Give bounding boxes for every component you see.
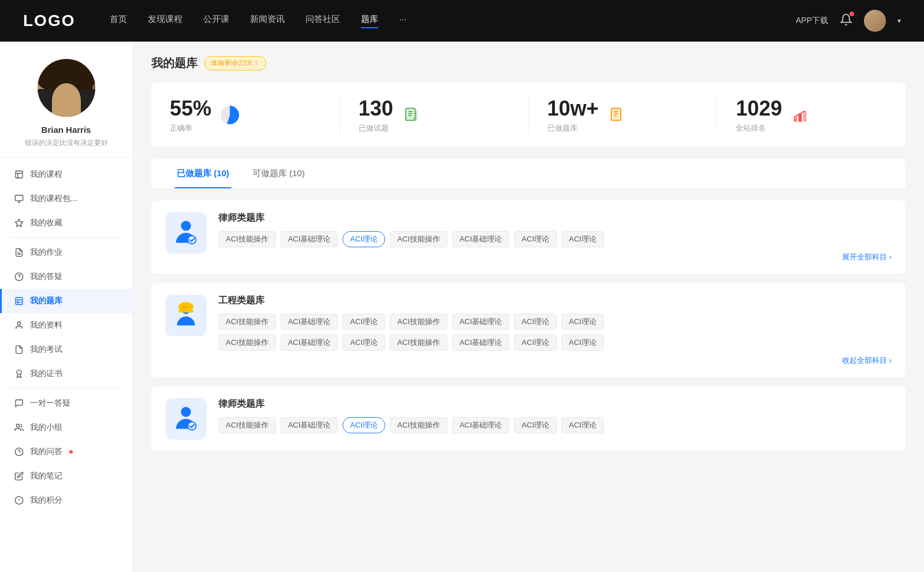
bank-tag[interactable]: ACI理论 xyxy=(514,231,557,247)
user-name: Brian Harris xyxy=(42,125,91,135)
notification-bell[interactable] xyxy=(840,13,852,28)
nav-news[interactable]: 新闻资讯 xyxy=(250,14,285,28)
bank-tag[interactable]: ACI基础理论 xyxy=(452,314,510,330)
svg-rect-0 xyxy=(16,171,23,178)
stat-label: 全站排名 xyxy=(736,123,782,133)
bank-tag[interactable]: ACI技能操作 xyxy=(390,314,448,330)
sidebar-item-my-qa[interactable]: 我的问答 xyxy=(0,440,132,464)
sidebar-label: 我的课程 xyxy=(30,169,62,180)
bank-expand-button[interactable]: 展开全部科目 › xyxy=(218,252,892,262)
user-menu-chevron[interactable]: ▾ xyxy=(897,17,901,25)
user-avatar-nav[interactable] xyxy=(864,10,886,32)
bank-collapse-button[interactable]: 收起全部科目 › xyxy=(218,355,892,366)
sidebar-item-points[interactable]: 我的积分 xyxy=(0,488,132,512)
bank-tag[interactable]: ACI理论 xyxy=(561,335,604,351)
qa-icon xyxy=(14,447,24,457)
stat-label: 已做试题 xyxy=(359,123,393,133)
sidebar-item-favorites[interactable]: 我的收藏 xyxy=(0,211,132,235)
bank-icon-lawyer-2 xyxy=(165,398,207,440)
bank-tag-highlighted[interactable]: ACI理论 xyxy=(342,417,385,433)
app-download-button[interactable]: APP下载 xyxy=(796,16,828,26)
sidebar-item-notes[interactable]: 我的笔记 xyxy=(0,464,132,488)
sidebar-item-my-course[interactable]: 我的课程 xyxy=(0,162,132,187)
homework-icon xyxy=(14,247,24,258)
bank-tag[interactable]: ACI基础理论 xyxy=(452,335,510,351)
bank-tag[interactable]: ACI基础理论 xyxy=(281,335,338,351)
nav-discover[interactable]: 发现课程 xyxy=(148,14,182,28)
stat-label: 正确率 xyxy=(170,123,211,133)
stat-label: 已做题库 xyxy=(547,123,599,133)
bank-tag[interactable]: ACI理论 xyxy=(561,417,604,433)
svg-point-15 xyxy=(16,424,19,427)
sidebar-label: 我的答疑 xyxy=(30,272,62,282)
stat-correct-rate: 55% 正确率 xyxy=(170,96,340,133)
bank-tag[interactable]: ACI基础理论 xyxy=(452,417,510,433)
sidebar-label: 我的题库 xyxy=(30,296,62,306)
nav-home[interactable]: 首页 xyxy=(110,14,127,28)
bank-tag[interactable]: ACI理论 xyxy=(561,314,604,330)
bank-tag[interactable]: ACI理论 xyxy=(561,231,604,247)
tabs: 已做题库 (10) 可做题库 (10) xyxy=(151,159,906,189)
group-icon xyxy=(14,422,24,433)
sidebar: Brian Harris 错误的决定比没有决定要好 我的课程 我的课程包... xyxy=(0,42,133,572)
question-icon xyxy=(14,272,24,282)
svg-rect-1 xyxy=(15,195,23,200)
nav-more[interactable]: ··· xyxy=(399,14,407,28)
svg-point-14 xyxy=(17,370,21,374)
sidebar-item-course-package[interactable]: 我的课程包... xyxy=(0,187,132,211)
bank-tag[interactable]: ACI基础理论 xyxy=(281,231,338,247)
bank-tag[interactable]: ACI技能操作 xyxy=(218,417,276,433)
bank-tag[interactable]: ACI基础理论 xyxy=(452,231,510,247)
sidebar-item-one-on-one[interactable]: 一对一答疑 xyxy=(0,391,132,415)
star-icon xyxy=(14,218,24,228)
bank-tag-highlighted[interactable]: ACI理论 xyxy=(342,231,385,247)
bank-tag[interactable]: ACI技能操作 xyxy=(218,335,276,351)
notification-dot xyxy=(850,12,854,16)
qa-notification-dot xyxy=(69,450,73,454)
bank-tag[interactable]: ACI理论 xyxy=(342,335,385,351)
bank-tag[interactable]: ACI基础理论 xyxy=(281,314,338,330)
bank-tag[interactable]: ACI技能操作 xyxy=(390,231,448,247)
sidebar-item-exam[interactable]: 我的考试 xyxy=(0,337,132,362)
exam-icon xyxy=(14,344,24,355)
profile-icon xyxy=(14,320,24,330)
bank-tag[interactable]: ACI技能操作 xyxy=(390,417,448,433)
sidebar-item-homework[interactable]: 我的作业 xyxy=(0,240,132,265)
svg-point-35 xyxy=(188,236,196,244)
svg-marker-4 xyxy=(15,219,23,226)
sidebar-item-certificate[interactable]: 我的证书 xyxy=(0,362,132,386)
course-icon xyxy=(14,169,24,180)
bank-tag[interactable]: ACI理论 xyxy=(342,314,385,330)
nav-opencourse[interactable]: 公开课 xyxy=(203,14,229,28)
certificate-icon xyxy=(14,369,24,379)
bank-tag[interactable]: ACI技能操作 xyxy=(218,314,276,330)
bank-tag[interactable]: ACI理论 xyxy=(514,335,557,351)
svg-rect-9 xyxy=(16,298,23,304)
bank-tag[interactable]: ACI基础理论 xyxy=(281,417,338,433)
tab-done[interactable]: 已做题库 (10) xyxy=(165,159,241,188)
bank-tag[interactable]: ACI技能操作 xyxy=(390,335,448,351)
sidebar-item-profile[interactable]: 我的资料 xyxy=(0,313,132,337)
stat-done-banks: 10w+ 已做题库 xyxy=(547,96,718,133)
tab-available[interactable]: 可做题库 (10) xyxy=(241,159,316,188)
nav-bank[interactable]: 题库 xyxy=(361,14,378,28)
stat-number: 55% xyxy=(170,96,211,121)
sidebar-item-question-bank[interactable]: 我的题库 xyxy=(0,289,132,313)
bank-tag[interactable]: ACI理论 xyxy=(514,314,557,330)
bank-name: 工程类题库 xyxy=(218,295,892,307)
bank-card-engineer: 工程类题库 ACI技能操作 ACI基础理论 ACI理论 ACI技能操作 ACI基… xyxy=(151,283,906,377)
document-icon xyxy=(401,105,422,125)
sidebar-label: 我的考试 xyxy=(30,344,62,355)
page-title: 我的题库 xyxy=(151,55,198,71)
sidebar-item-questions[interactable]: 我的答疑 xyxy=(0,265,132,289)
nav-qa[interactable]: 问答社区 xyxy=(305,14,340,28)
bank-tags: ACI技能操作 ACI基础理论 ACI理论 ACI技能操作 ACI基础理论 AC… xyxy=(218,314,892,330)
bank-tag[interactable]: ACI技能操作 xyxy=(218,231,276,247)
bank-content: 律师类题库 ACI技能操作 ACI基础理论 ACI理论 ACI技能操作 ACI基… xyxy=(218,212,892,262)
notes-icon xyxy=(14,471,24,481)
bank-tag[interactable]: ACI理论 xyxy=(514,417,557,433)
user-motto: 错误的决定比没有决定要好 xyxy=(25,138,108,148)
sidebar-item-group[interactable]: 我的小组 xyxy=(0,415,132,440)
trial-badge: 体验剩余23天！ xyxy=(204,56,266,70)
stat-number: 1029 xyxy=(736,96,782,121)
